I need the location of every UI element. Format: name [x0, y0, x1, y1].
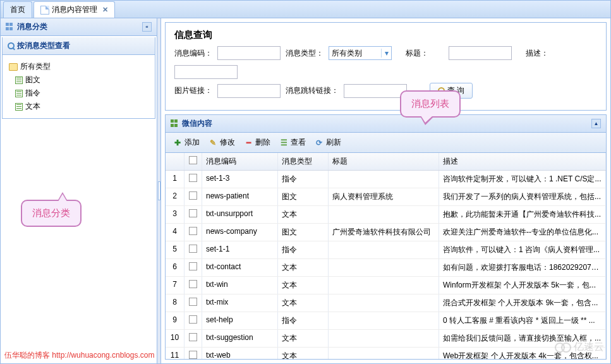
- tree-item-all[interactable]: 所有类型: [9, 60, 148, 73]
- view-button[interactable]: ☰查看: [275, 135, 310, 150]
- row-type: 文本: [278, 277, 329, 294]
- tab-home-label: 首页: [10, 4, 25, 15]
- table-row[interactable]: 6txt-contact文本如有问题，欢迎拨打客服电话：18620292076.…: [166, 259, 606, 277]
- row-desc: 如有问题，欢迎拨打客服电话：18620292076...: [439, 259, 606, 276]
- file-icon: [15, 76, 23, 84]
- row-desc: 咨询软件，可以键入：1 咨询《病人资料管理...: [439, 241, 606, 258]
- table-row[interactable]: 11txt-web文本Web开发框架 个人开发版本 4k一套，包含权...: [166, 348, 606, 359]
- tab-home[interactable]: 首页: [3, 1, 32, 18]
- search-panel: 信息查询 消息编码： 消息类型： 所有类别 ▾ 标题： 描述： 图片链接：: [165, 22, 607, 111]
- tree-item-command[interactable]: 指令: [9, 87, 148, 100]
- row-chk[interactable]: [185, 259, 202, 276]
- view-label: 查看: [291, 137, 306, 148]
- col-chk[interactable]: [185, 153, 202, 170]
- row-desc: 抱歉，此功能暂未开通【广州爱奇迪软件科技...: [439, 206, 606, 223]
- col-type[interactable]: 消息类型: [278, 153, 329, 170]
- grid-toolbar: ✚添加 ✎修改 ━删除 ☰查看 ⟳刷新: [166, 133, 606, 153]
- tree-item-news[interactable]: 图文: [9, 73, 148, 87]
- tree-title: 按消息类型查看: [17, 40, 70, 51]
- code-label: 消息编码：: [174, 48, 212, 59]
- add-button[interactable]: ✚添加: [169, 135, 203, 150]
- row-chk[interactable]: [185, 206, 202, 223]
- row-num: 11: [166, 348, 185, 359]
- tab-content-mgmt[interactable]: 消息内容管理 ✕: [33, 1, 115, 18]
- collapse-icon[interactable]: «: [142, 22, 152, 32]
- close-icon[interactable]: ✕: [102, 6, 108, 14]
- row-desc: 欢迎关注广州爱奇迪软件--专业的单位信息化...: [439, 224, 606, 241]
- row-desc: 咨询软件定制开发，可以键入：1 .NET C/S定...: [439, 171, 606, 188]
- tree-label: 图文: [25, 75, 40, 85]
- edit-label: 修改: [220, 137, 235, 148]
- file-icon: [15, 103, 23, 111]
- row-chk[interactable]: [185, 171, 202, 188]
- view-icon: ☰: [279, 138, 288, 147]
- row-chk[interactable]: [185, 312, 202, 329]
- row-code: txt-web: [202, 348, 278, 359]
- row-code: txt-mix: [202, 294, 278, 312]
- row-code: txt-win: [202, 277, 278, 294]
- row-num: 6: [166, 259, 185, 276]
- row-code: news-company: [202, 224, 278, 241]
- img-input[interactable]: [217, 84, 281, 98]
- col-desc[interactable]: 描述: [439, 153, 606, 170]
- row-chk[interactable]: [185, 348, 202, 359]
- table-row[interactable]: 3txt-unsurpport文本抱歉，此功能暂未开通【广州爱奇迪软件科技...: [166, 206, 606, 224]
- jump-input[interactable]: [344, 84, 407, 98]
- row-chk[interactable]: [185, 224, 202, 241]
- collapse-icon[interactable]: ▲: [591, 119, 601, 128]
- tree-panel: 按消息类型查看 所有类型 图文 指令: [2, 37, 155, 119]
- sidebar-header: 消息分类 «: [1, 18, 157, 36]
- row-type: 图文: [278, 188, 329, 205]
- tree-label: 指令: [25, 88, 40, 99]
- col-title[interactable]: 标题: [329, 153, 439, 170]
- page-icon: [40, 6, 49, 15]
- desc-input[interactable]: [174, 65, 238, 79]
- refresh-label: 刷新: [326, 137, 341, 148]
- plus-icon: ✚: [173, 138, 182, 147]
- row-num: 7: [166, 277, 185, 294]
- row-desc: 我们开发了一系列的病人资料管理系统，包括...: [439, 188, 606, 205]
- table-row[interactable]: 5set-1-1指令咨询软件，可以键入：1 咨询《病人资料管理...: [166, 241, 606, 259]
- table-row[interactable]: 7txt-win文本Winform开发框架 个人开发版本 5k一套，包...: [166, 277, 606, 294]
- row-chk[interactable]: [185, 277, 202, 294]
- table-row[interactable]: 8txt-mix文本混合式开发框架 个人开发版本 9k一套，包含...: [166, 294, 606, 312]
- row-chk[interactable]: [185, 188, 202, 205]
- row-code: set-1-1: [202, 241, 278, 258]
- row-num: 8: [166, 294, 185, 312]
- code-input[interactable]: [217, 46, 281, 60]
- title-input[interactable]: [449, 46, 512, 60]
- row-chk[interactable]: [185, 241, 202, 258]
- col-num: [166, 153, 185, 170]
- refresh-button[interactable]: ⟳刷新: [311, 135, 345, 150]
- title-label: 标题：: [406, 48, 444, 59]
- row-title: [329, 330, 439, 347]
- tree-item-text[interactable]: 文本: [9, 100, 148, 113]
- callout-text: 消息分类: [32, 207, 70, 218]
- tree-header[interactable]: 按消息类型查看: [3, 37, 155, 55]
- row-chk[interactable]: [185, 330, 202, 347]
- footer-credit: 伍华聪的博客 http://wuhuacong.cnblogs.com: [4, 350, 154, 361]
- grid-icon: [171, 119, 179, 128]
- search-title: 信息查询: [174, 29, 597, 41]
- table-row[interactable]: 2news-patient图文病人资料管理系统我们开发了一系列的病人资料管理系统…: [166, 188, 606, 206]
- grid-columns: 消息编码 消息类型 标题 描述: [166, 153, 606, 171]
- footer-link[interactable]: http://wuhuacong.cnblogs.com: [52, 351, 154, 360]
- table-row[interactable]: 10txt-suggestion文本如需给我们反馈问题，请直接切换至输入框，..…: [166, 330, 606, 348]
- col-code[interactable]: 消息编码: [202, 153, 278, 170]
- table-row[interactable]: 1set-1-3指令咨询软件定制开发，可以键入：1 .NET C/S定...: [166, 171, 606, 188]
- row-type: 图文: [278, 224, 329, 241]
- del-label: 删除: [255, 137, 270, 148]
- delete-button[interactable]: ━删除: [240, 135, 274, 150]
- table-row[interactable]: 4news-company图文广州爱奇迪软件科技有限公司欢迎关注广州爱奇迪软件-…: [166, 224, 606, 241]
- row-desc: 0 转人工客服 # 重看该内容 * 返回上一级 ** ...: [439, 312, 606, 329]
- desc-label: 描述：: [526, 48, 564, 59]
- table-row[interactable]: 9set-help指令0 转人工客服 # 重看该内容 * 返回上一级 ** ..…: [166, 312, 606, 330]
- row-type: 指令: [278, 312, 329, 329]
- edit-button[interactable]: ✎修改: [205, 135, 239, 150]
- img-label: 图片链接：: [174, 85, 212, 96]
- row-chk[interactable]: [185, 294, 202, 312]
- type-combo[interactable]: 所有类别 ▾: [329, 46, 392, 60]
- pencil-icon: ✎: [209, 138, 217, 147]
- row-code: txt-suggestion: [202, 330, 278, 347]
- jump-label: 消息跳转链接：: [286, 85, 339, 96]
